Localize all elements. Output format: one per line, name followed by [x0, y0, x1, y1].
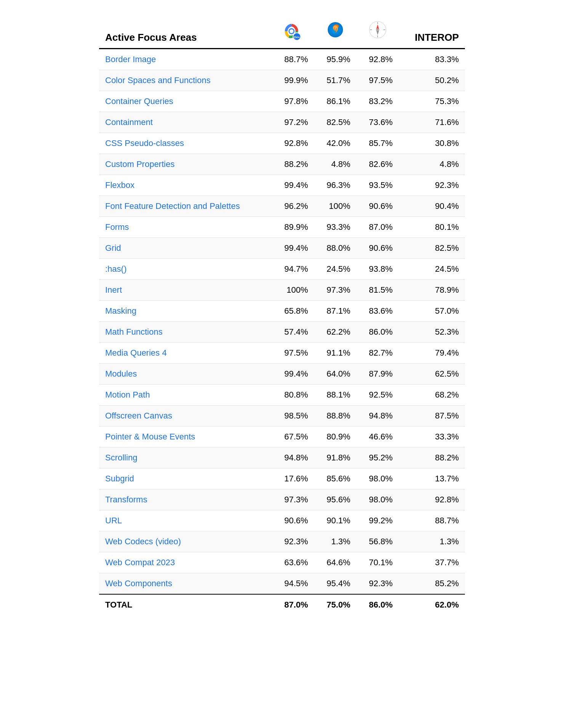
svg-point-2 [290, 29, 293, 33]
row-feature-name[interactable]: Web Compat 2023 [99, 552, 272, 573]
row-firefox-value: 64.6% [314, 552, 356, 573]
row-feature-name[interactable]: Transforms [99, 489, 272, 510]
row-feature-name[interactable]: Web Codecs (video) [99, 531, 272, 552]
row-chrome-value: 97.3% [272, 489, 314, 510]
row-safari-value: 97.5% [356, 70, 399, 91]
row-feature-name[interactable]: Inert [99, 280, 272, 301]
row-chrome-value: 63.6% [272, 552, 314, 573]
row-safari-value: 83.6% [356, 301, 399, 322]
table-row: Grid99.4%88.0%90.6%82.5% [99, 238, 465, 259]
row-feature-name[interactable]: URL [99, 510, 272, 531]
row-chrome-value: 94.5% [272, 573, 314, 595]
table-row: Modules99.4%64.0%87.9%62.5% [99, 364, 465, 385]
row-safari-value: 92.8% [356, 49, 399, 70]
row-firefox-value: 95.9% [314, 49, 356, 70]
row-feature-name[interactable]: Offscreen Canvas [99, 406, 272, 427]
row-feature-name[interactable]: Scrolling [99, 447, 272, 468]
total-firefox: 75.0% [314, 594, 356, 615]
row-safari-value: 46.6% [356, 427, 399, 447]
row-interop-value: 85.2% [399, 573, 465, 595]
row-feature-name[interactable]: Masking [99, 301, 272, 322]
row-safari-value: 98.0% [356, 489, 399, 510]
col-header-interop: INTEROP [399, 15, 465, 49]
row-safari-value: 82.6% [356, 154, 399, 175]
row-interop-value: 92.3% [399, 175, 465, 196]
row-feature-name[interactable]: Flexbox [99, 175, 272, 196]
row-chrome-value: 97.2% [272, 112, 314, 133]
row-feature-name[interactable]: Color Spaces and Functions [99, 70, 272, 91]
row-safari-value: 93.5% [356, 175, 399, 196]
table-row: Web Components94.5%95.4%92.3%85.2% [99, 573, 465, 595]
row-interop-value: 78.9% [399, 280, 465, 301]
table-row: Inert100%97.3%81.5%78.9% [99, 280, 465, 301]
table-row: Offscreen Canvas98.5%88.8%94.8%87.5% [99, 406, 465, 427]
row-chrome-value: 94.7% [272, 259, 314, 280]
row-interop-value: 50.2% [399, 70, 465, 91]
row-feature-name[interactable]: CSS Pseudo-classes [99, 133, 272, 154]
row-interop-value: 30.8% [399, 133, 465, 154]
row-firefox-value: 91.1% [314, 343, 356, 364]
col-header-chrome: Dev [272, 15, 314, 49]
firefox-icon [325, 20, 345, 42]
row-firefox-value: 62.2% [314, 322, 356, 343]
row-feature-name[interactable]: Pointer & Mouse Events [99, 427, 272, 447]
row-chrome-value: 98.5% [272, 406, 314, 427]
table-row: Motion Path80.8%88.1%92.5%68.2% [99, 385, 465, 406]
row-safari-value: 86.0% [356, 322, 399, 343]
row-firefox-value: 90.1% [314, 510, 356, 531]
row-feature-name[interactable]: Subgrid [99, 468, 272, 489]
total-interop: 62.0% [399, 594, 465, 615]
total-chrome: 87.0% [272, 594, 314, 615]
row-chrome-value: 88.2% [272, 154, 314, 175]
row-chrome-value: 80.8% [272, 385, 314, 406]
row-firefox-value: 86.1% [314, 91, 356, 112]
row-feature-name[interactable]: Container Queries [99, 91, 272, 112]
row-feature-name[interactable]: Web Components [99, 573, 272, 595]
row-chrome-value: 99.4% [272, 175, 314, 196]
row-chrome-value: 57.4% [272, 322, 314, 343]
row-firefox-value: 95.4% [314, 573, 356, 595]
row-feature-name[interactable]: :has() [99, 259, 272, 280]
row-feature-name[interactable]: Grid [99, 238, 272, 259]
row-firefox-value: 51.7% [314, 70, 356, 91]
row-chrome-value: 92.3% [272, 531, 314, 552]
row-feature-name[interactable]: Containment [99, 112, 272, 133]
table-body: Border Image88.7%95.9%92.8%83.3%Color Sp… [99, 49, 465, 595]
total-label: TOTAL [99, 594, 272, 615]
row-feature-name[interactable]: Motion Path [99, 385, 272, 406]
row-chrome-value: 99.4% [272, 364, 314, 385]
row-chrome-value: 17.6% [272, 468, 314, 489]
row-firefox-value: 87.1% [314, 301, 356, 322]
row-feature-name[interactable]: Math Functions [99, 322, 272, 343]
row-feature-name[interactable]: Font Feature Detection and Palettes [99, 196, 272, 217]
row-interop-value: 92.8% [399, 489, 465, 510]
row-feature-name[interactable]: Modules [99, 364, 272, 385]
total-row: TOTAL 87.0% 75.0% 86.0% 62.0% [99, 594, 465, 615]
row-feature-name[interactable]: Forms [99, 217, 272, 238]
table-row: Pointer & Mouse Events67.5%80.9%46.6%33.… [99, 427, 465, 447]
row-interop-value: 88.2% [399, 447, 465, 468]
row-safari-value: 83.2% [356, 91, 399, 112]
table-row: Flexbox99.4%96.3%93.5%92.3% [99, 175, 465, 196]
table-header-row: Active Focus Areas [99, 15, 465, 49]
row-safari-value: 81.5% [356, 280, 399, 301]
col-header-safari [356, 15, 399, 49]
row-feature-name[interactable]: Custom Properties [99, 154, 272, 175]
row-chrome-value: 90.6% [272, 510, 314, 531]
col-header-focus-areas: Active Focus Areas [99, 15, 272, 49]
row-chrome-value: 100% [272, 280, 314, 301]
row-firefox-value: 96.3% [314, 175, 356, 196]
row-feature-name[interactable]: Border Image [99, 49, 272, 70]
row-interop-value: 52.3% [399, 322, 465, 343]
row-chrome-value: 92.8% [272, 133, 314, 154]
col-header-firefox [314, 15, 356, 49]
row-feature-name[interactable]: Media Queries 4 [99, 343, 272, 364]
row-interop-value: 80.1% [399, 217, 465, 238]
row-interop-value: 71.6% [399, 112, 465, 133]
row-safari-value: 87.9% [356, 364, 399, 385]
row-firefox-value: 93.3% [314, 217, 356, 238]
safari-icon [368, 20, 388, 42]
row-interop-value: 1.3% [399, 531, 465, 552]
row-firefox-value: 24.5% [314, 259, 356, 280]
row-chrome-value: 89.9% [272, 217, 314, 238]
